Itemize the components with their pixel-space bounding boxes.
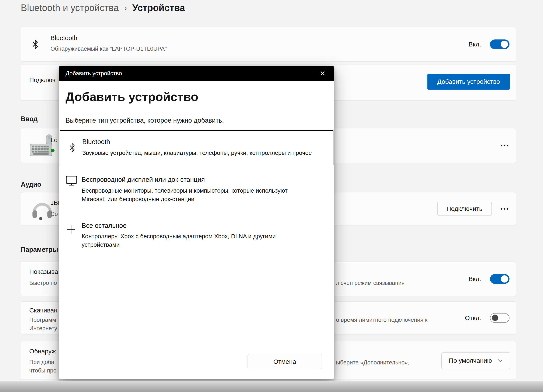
show-toggle[interactable]	[490, 274, 509, 284]
bluetooth-icon	[31, 39, 39, 50]
bluetooth-toggle[interactable]	[490, 40, 509, 49]
show-row-subtitle-left: Быстро по	[29, 279, 57, 287]
chevron-right-icon: ›	[124, 3, 127, 13]
chevron-down-icon	[498, 359, 503, 362]
option-bluetooth[interactable]: Bluetooth Звуковые устройства, мыши, кла…	[60, 130, 334, 165]
option-wireless-display[interactable]: Беспроводной дисплей или док-станция Бес…	[60, 173, 334, 215]
cancel-button[interactable]: Отмена	[248, 354, 322, 369]
option-bluetooth-title: Bluetooth	[82, 138, 333, 146]
show-toggle-label: Вкл.	[469, 275, 481, 283]
add-device-dialog: Добавить устройство ✕ Добавить устройств…	[59, 66, 334, 379]
breadcrumb-parent[interactable]: Bluetooth и устройства	[21, 3, 119, 13]
dialog-titlebar: Добавить устройство ✕	[59, 66, 334, 81]
dialog-heading: Добавить устройство	[66, 90, 198, 104]
download-row-title: Скачиван	[29, 307, 57, 314]
window-bottom-edge	[0, 381, 543, 392]
bluetooth-toggle-label: Вкл.	[469, 41, 481, 48]
download-toggle-label: Откл.	[465, 314, 481, 322]
download-toggle[interactable]	[490, 313, 509, 323]
option-everything-else[interactable]: Все остальное Контроллеры Xbox с беспров…	[60, 220, 334, 262]
section-input: Ввод	[21, 115, 38, 123]
bluetooth-title: Bluetooth	[51, 34, 77, 42]
dialog-titlebar-title: Добавить устройство	[66, 70, 122, 77]
discovery-mode-dropdown[interactable]: По умолчанию	[441, 352, 510, 369]
monitor-icon	[66, 176, 77, 186]
settings-page: Bluetooth и устройства › Устройства Blue…	[0, 0, 543, 392]
connect-button[interactable]: Подключить	[437, 202, 492, 216]
breadcrumb: Bluetooth и устройства › Устройства	[21, 3, 185, 13]
more-options-icon[interactable]: •••	[501, 205, 509, 212]
page-title: Устройства	[132, 3, 185, 13]
option-everything-else-desc: Контроллеры Xbox с беспроводным адаптеро…	[82, 232, 279, 249]
discovery-mode-value: По умолчанию	[449, 357, 492, 364]
discovery-row-subtitle-left1: При доба	[29, 358, 54, 366]
input-device-title: Lo	[51, 136, 57, 144]
show-row-title: Показыва	[29, 268, 58, 275]
download-row-subtitle-left1: Программ	[29, 316, 56, 324]
download-row-subtitle-left2: Интернету	[29, 324, 57, 333]
discovery-row-title: Обнаруж	[29, 348, 56, 355]
download-row-subtitle-right: о время лимитного подключения к	[336, 316, 427, 324]
add-device-button[interactable]: Добавить устройство	[427, 74, 510, 90]
bluetooth-icon	[68, 142, 76, 153]
option-wireless-display-desc: Беспроводные мониторы, телевизоры и комп…	[82, 187, 292, 204]
connected-devices-title: Подключ	[29, 76, 56, 84]
plus-icon	[66, 225, 76, 234]
option-everything-else-title: Все остальное	[82, 222, 325, 229]
more-options-icon[interactable]: •••	[501, 142, 509, 149]
discovery-row-subtitle-right: ыберите «Дополнительно»,	[336, 358, 409, 367]
option-wireless-display-title: Беспроводной дисплей или док-станция	[82, 176, 325, 183]
section-params: Параметры	[21, 246, 58, 254]
bluetooth-row: Bluetooth Обнаруживаемый как "LAPTOP-U1T…	[21, 27, 516, 62]
show-row-subtitle-right: лючен режим связывания	[336, 279, 404, 287]
section-audio: Аудио	[21, 181, 41, 188]
close-icon[interactable]: ✕	[317, 70, 328, 77]
bluetooth-subtitle: Обнаруживаемый как "LAPTOP-U1TL0UPA"	[51, 45, 167, 53]
discovery-row-subtitle-left2: чтобы про	[29, 366, 57, 375]
option-bluetooth-desc: Звуковые устройства, мыши, клавиатуры, т…	[82, 149, 333, 157]
status-connected-dot	[51, 149, 55, 152]
audio-device-subtitle: Co	[51, 210, 58, 218]
dialog-subheading: Выберите тип устройства, которое нужно д…	[66, 117, 224, 124]
